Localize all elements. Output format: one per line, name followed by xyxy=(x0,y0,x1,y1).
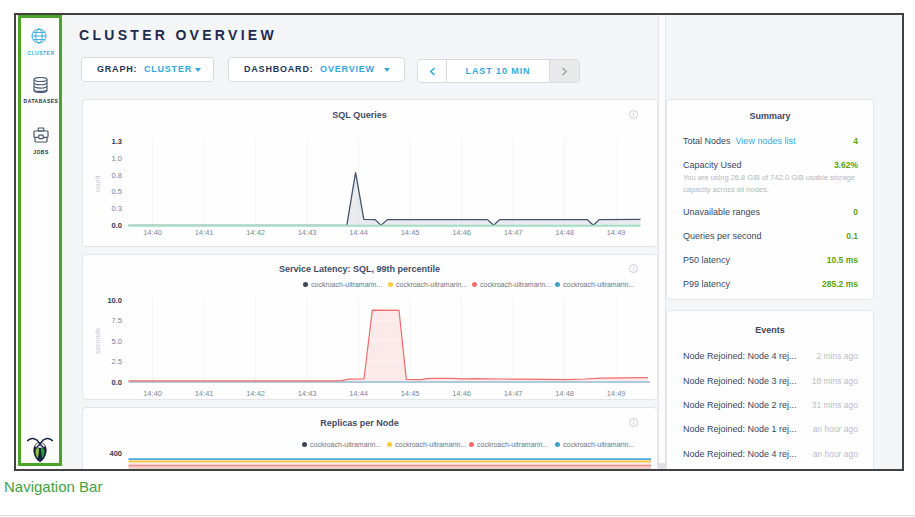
svg-text:1.0: 1.0 xyxy=(112,154,122,163)
svg-text:14:40: 14:40 xyxy=(143,388,162,397)
svg-text:0.3: 0.3 xyxy=(112,204,122,213)
svg-text:14:49: 14:49 xyxy=(607,228,626,237)
svg-text:0.0: 0.0 xyxy=(112,377,122,386)
svg-text:0.5: 0.5 xyxy=(112,187,122,196)
svg-text:0.8: 0.8 xyxy=(112,171,122,180)
svg-text:14:42: 14:42 xyxy=(246,388,265,397)
svg-text:seconds: seconds xyxy=(94,327,101,354)
svg-text:0.0: 0.0 xyxy=(112,221,122,230)
svg-text:400: 400 xyxy=(109,449,122,458)
svg-text:14:42: 14:42 xyxy=(246,228,265,237)
svg-text:14:46: 14:46 xyxy=(452,228,471,237)
svg-text:14:40: 14:40 xyxy=(143,228,162,237)
svg-text:14:41: 14:41 xyxy=(195,388,214,397)
svg-text:14:48: 14:48 xyxy=(555,228,574,237)
svg-text:14:44: 14:44 xyxy=(349,388,368,397)
svg-text:5.0: 5.0 xyxy=(112,336,122,345)
svg-text:7.5: 7.5 xyxy=(112,316,122,325)
svg-text:14:47: 14:47 xyxy=(504,228,523,237)
svg-text:14:41: 14:41 xyxy=(195,228,214,237)
svg-text:14:43: 14:43 xyxy=(298,228,317,237)
svg-text:14:46: 14:46 xyxy=(452,388,471,397)
svg-text:14:47: 14:47 xyxy=(504,388,523,397)
svg-text:1.3: 1.3 xyxy=(112,137,122,146)
svg-text:14:49: 14:49 xyxy=(607,388,626,397)
svg-text:count: count xyxy=(94,175,101,192)
svg-text:14:44: 14:44 xyxy=(349,228,368,237)
svg-text:14:45: 14:45 xyxy=(401,388,420,397)
svg-text:2.5: 2.5 xyxy=(112,357,122,366)
svg-text:14:43: 14:43 xyxy=(298,388,317,397)
svg-text:10.0: 10.0 xyxy=(107,296,122,305)
svg-text:14:45: 14:45 xyxy=(401,228,420,237)
svg-text:14:48: 14:48 xyxy=(555,388,574,397)
